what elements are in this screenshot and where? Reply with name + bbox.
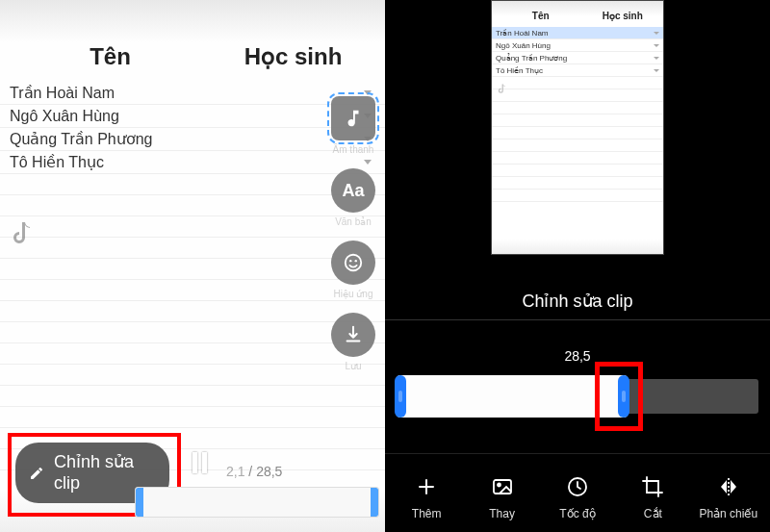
music-button[interactable] xyxy=(331,96,375,140)
side-tool-rail: Âm thanh Aa Văn bản Hiệu ứng Lưu xyxy=(331,96,375,371)
tiktok-logo-icon xyxy=(498,84,507,94)
playback-time: 2,1 / 28,5 xyxy=(226,464,282,479)
cell-name: Tô Hiền Thục xyxy=(10,153,364,171)
chevron-down-icon xyxy=(654,57,659,60)
sheet-rows: Trần Hoài Nam Ngô Xuân Hùng Quảng Trần P… xyxy=(0,82,385,470)
clip-trim-bar[interactable] xyxy=(397,373,758,419)
cell-name: Quảng Trần Phương xyxy=(10,130,364,148)
clock-icon xyxy=(565,474,590,499)
preview-header: Tên Học sinh xyxy=(492,1,663,27)
preview-col-hocsinh: Học sinh xyxy=(586,11,660,21)
svg-point-0 xyxy=(346,255,362,271)
clip-selected-region[interactable] xyxy=(397,375,628,418)
header-col-hocsinh: Học sinh xyxy=(211,43,375,70)
header-col-ten: Tên xyxy=(10,43,211,70)
trim-handle-left[interactable] xyxy=(395,375,406,418)
sheet-header-row: Tên Học sinh xyxy=(0,0,385,82)
chevron-down-icon xyxy=(654,69,659,72)
chevron-down-icon xyxy=(654,44,659,47)
current-time: 2,1 xyxy=(226,464,244,479)
table-row: Tô Hiền Thục xyxy=(0,151,385,174)
timeline-strip[interactable] xyxy=(135,487,379,518)
plus-icon xyxy=(414,474,439,499)
table-row: Trần Hoài Nam xyxy=(0,82,385,105)
replace-label: Thay xyxy=(489,507,515,520)
svg-point-1 xyxy=(349,260,351,262)
time-separator: / xyxy=(244,464,256,479)
crop-button[interactable]: Cắt xyxy=(621,474,684,520)
mirror-button[interactable]: Phản chiếu xyxy=(697,474,760,520)
svg-point-2 xyxy=(355,260,357,262)
crop-icon xyxy=(640,474,665,499)
download-label: Lưu xyxy=(345,361,361,371)
text-button[interactable]: Aa xyxy=(331,168,375,213)
clip-duration: 28,5 xyxy=(385,348,770,364)
left-screenshot: Tên Học sinh Trần Hoài Nam Ngô Xuân Hùng… xyxy=(0,0,385,532)
cell-name: Trần Hoài Nam xyxy=(10,84,364,102)
chevron-down-icon xyxy=(654,32,659,35)
add-label: Thêm xyxy=(412,507,442,520)
pencil-icon xyxy=(29,465,44,482)
table-row: Quảng Trần Phương xyxy=(0,128,385,151)
speed-button[interactable]: Tốc độ xyxy=(546,474,609,520)
music-label: Âm thanh xyxy=(333,144,374,155)
effect-button[interactable] xyxy=(331,241,375,285)
preview-row: Quảng Trần Phương xyxy=(492,52,663,64)
chevron-down-icon xyxy=(364,90,372,95)
edit-clip-title: Chỉnh sửa clip xyxy=(385,291,770,312)
table-row: Ngô Xuân Hùng xyxy=(0,105,385,128)
right-screenshot: Tên Học sinh Trần Hoài Nam Ngô Xuân Hùng… xyxy=(385,0,770,532)
crop-label: Cắt xyxy=(644,507,662,520)
preview-col-ten: Tên xyxy=(496,11,586,21)
preview-row: Trần Hoài Nam xyxy=(492,27,663,39)
speed-label: Tốc độ xyxy=(559,507,595,520)
trim-handle-left[interactable] xyxy=(136,488,143,517)
image-icon xyxy=(490,474,515,499)
video-preview: Tên Học sinh Trần Hoài Nam Ngô Xuân Hùng… xyxy=(491,0,664,255)
svg-point-4 xyxy=(498,483,500,486)
divider xyxy=(385,319,770,320)
effect-label: Hiệu ứng xyxy=(334,289,373,299)
add-button[interactable]: Thêm xyxy=(395,474,458,520)
pause-icon[interactable] xyxy=(192,452,207,473)
trim-handle-right[interactable] xyxy=(371,488,378,517)
text-icon: Aa xyxy=(342,181,364,201)
total-time: 28,5 xyxy=(256,464,282,479)
mirror-label: Phản chiếu xyxy=(699,507,757,520)
text-label: Văn bản xyxy=(335,216,372,227)
replace-button[interactable]: Thay xyxy=(471,474,534,520)
trim-handle-highlight xyxy=(595,362,643,431)
cell-name: Ngô Xuân Hùng xyxy=(10,108,364,125)
preview-row: Tô Hiền Thục xyxy=(492,64,663,77)
preview-row: Ngô Xuân Hùng xyxy=(492,39,663,52)
mirror-icon xyxy=(716,474,741,499)
editor-toolbar: Thêm Thay Tốc độ Cắt Phản chiếu xyxy=(385,453,770,532)
tiktok-logo-icon xyxy=(12,221,35,246)
download-button[interactable] xyxy=(331,313,375,357)
